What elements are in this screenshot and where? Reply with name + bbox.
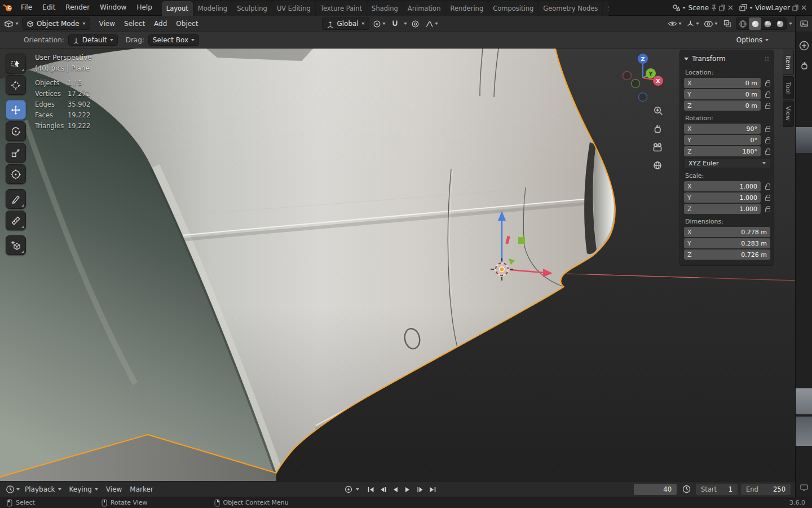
- close-scene-icon[interactable]: [728, 5, 733, 10]
- tab-texture-paint[interactable]: Texture Paint: [316, 1, 367, 16]
- shading-material-button[interactable]: [761, 17, 774, 30]
- tab-compositing[interactable]: Compositing: [488, 1, 538, 16]
- location-y-field[interactable]: Y0 m: [684, 89, 761, 99]
- transform-panel-header[interactable]: Transform: [684, 52, 770, 65]
- lock-rotation-x-icon[interactable]: [765, 128, 770, 132]
- reference-thumbnail[interactable]: [796, 417, 812, 446]
- scale-z-field[interactable]: Z1.000: [684, 204, 761, 214]
- strip-add-icon[interactable]: [799, 41, 809, 51]
- timeline-editor-type-button[interactable]: [5, 483, 21, 496]
- jump-to-end-button[interactable]: [427, 484, 438, 495]
- scene-selector[interactable]: Scene: [670, 3, 735, 13]
- timeline-view-menu[interactable]: View: [102, 485, 126, 493]
- jump-to-start-button[interactable]: [365, 484, 376, 495]
- menu-render[interactable]: Render: [60, 0, 95, 15]
- rotation-y-field[interactable]: Y0°: [684, 135, 761, 145]
- orientation-dropdown[interactable]: Global: [322, 17, 369, 30]
- lock-rotation-z-icon[interactable]: [765, 151, 770, 155]
- overlays-button[interactable]: [703, 17, 719, 30]
- tab-scripting[interactable]: Scripting: [603, 1, 608, 16]
- visibility-button[interactable]: [667, 17, 683, 30]
- side-editor-header[interactable]: [796, 16, 812, 32]
- previous-keyframe-button[interactable]: [377, 484, 389, 495]
- dimensions-x-field[interactable]: X0.278 m: [684, 227, 770, 237]
- location-z-field[interactable]: Z0 m: [684, 100, 761, 111]
- tool-add-cube[interactable]: [6, 235, 26, 255]
- shading-chevron-icon[interactable]: [789, 23, 792, 25]
- menu-edit[interactable]: Edit: [37, 0, 60, 15]
- tool-measure[interactable]: [6, 211, 26, 230]
- tool-scale[interactable]: [6, 143, 26, 163]
- close-viewlayer-icon[interactable]: [801, 5, 806, 10]
- menu-add[interactable]: Add: [149, 20, 171, 28]
- mode-dropdown[interactable]: Object Mode: [22, 17, 90, 30]
- menu-file[interactable]: File: [16, 0, 37, 15]
- tab-layout[interactable]: Layout: [162, 1, 193, 16]
- tool-select-box[interactable]: [6, 54, 26, 73]
- lock-location-y-icon[interactable]: [765, 94, 770, 98]
- tab-modeling[interactable]: Modeling: [193, 1, 232, 16]
- pin-icon[interactable]: [711, 5, 717, 11]
- lock-rotation-y-icon[interactable]: [765, 139, 770, 143]
- lock-location-z-icon[interactable]: [765, 105, 770, 109]
- new-viewlayer-icon[interactable]: [792, 5, 799, 11]
- rotation-mode-dropdown[interactable]: XYZ Euler: [684, 158, 770, 168]
- sidebar-tab-tool[interactable]: Tool: [783, 76, 794, 99]
- rotation-x-field[interactable]: X90°: [684, 124, 761, 134]
- tab-geometry-nodes[interactable]: Geometry Nodes: [539, 1, 602, 16]
- new-scene-icon[interactable]: [719, 5, 726, 11]
- dimensions-z-field[interactable]: Z0.726 m: [684, 249, 770, 260]
- auto-keying-button[interactable]: [343, 484, 354, 495]
- shading-rendered-button[interactable]: [774, 17, 786, 30]
- dimensions-y-field[interactable]: Y0.283 m: [684, 238, 770, 248]
- lock-location-x-icon[interactable]: [765, 82, 770, 86]
- orientation-setting-dropdown[interactable]: Default: [68, 34, 118, 46]
- play-reverse-button[interactable]: [390, 484, 401, 495]
- proportional-editing-button[interactable]: [409, 17, 422, 30]
- viewport-3d[interactable]: Z Y X User Perspective (40) pi: [0, 49, 795, 481]
- xray-toggle-button[interactable]: [721, 17, 734, 30]
- start-frame-field[interactable]: Start 1: [696, 484, 738, 495]
- reference-thumbnail[interactable]: [796, 388, 812, 414]
- tab-sculpting[interactable]: Sculpting: [232, 1, 272, 16]
- reference-thumbnail[interactable]: [796, 127, 812, 153]
- tool-move[interactable]: [6, 100, 26, 120]
- lock-scale-z-icon[interactable]: [765, 208, 770, 212]
- use-preview-range-button[interactable]: [680, 483, 692, 496]
- next-keyframe-button[interactable]: [414, 484, 426, 495]
- auto-keying-chevron-icon[interactable]: [356, 488, 359, 491]
- blender-logo-icon[interactable]: [0, 3, 16, 12]
- sidebar-tab-view[interactable]: View: [783, 100, 794, 126]
- shading-wireframe-button[interactable]: [736, 17, 749, 30]
- drag-setting-dropdown[interactable]: Select Box: [148, 34, 199, 46]
- tool-annotate[interactable]: [6, 189, 26, 209]
- proportional-falloff-button[interactable]: [424, 17, 439, 30]
- tab-shading[interactable]: Shading: [367, 1, 403, 16]
- lock-scale-y-icon[interactable]: [765, 197, 770, 201]
- tab-uv-editing[interactable]: UV Editing: [272, 1, 315, 16]
- rotation-z-field[interactable]: Z180°: [684, 146, 761, 156]
- tab-rendering[interactable]: Rendering: [445, 1, 488, 16]
- snap-toggle-button[interactable]: [389, 17, 401, 30]
- sidebar-tab-item[interactable]: Item: [783, 50, 794, 75]
- scale-x-field[interactable]: X1.000: [684, 181, 761, 191]
- menu-help[interactable]: Help: [131, 0, 157, 15]
- keying-menu[interactable]: Keying: [65, 485, 102, 493]
- snap-chevron-icon[interactable]: [404, 23, 407, 25]
- scale-y-field[interactable]: Y1.000: [684, 192, 761, 203]
- viewport-canvas[interactable]: Z Y X: [0, 49, 795, 481]
- menu-object[interactable]: Object: [171, 20, 202, 28]
- editor-type-button[interactable]: [3, 17, 20, 30]
- tool-cursor[interactable]: [6, 75, 26, 95]
- pivot-point-button[interactable]: [372, 17, 387, 30]
- gizmos-button[interactable]: [685, 17, 700, 30]
- menu-window[interactable]: Window: [95, 0, 131, 15]
- tool-transform[interactable]: [6, 164, 26, 184]
- lock-scale-x-icon[interactable]: [765, 186, 770, 190]
- options-dropdown[interactable]: Options: [732, 34, 773, 46]
- menu-select[interactable]: Select: [120, 20, 149, 28]
- menu-view[interactable]: View: [95, 20, 120, 28]
- shading-solid-button[interactable]: [749, 17, 761, 30]
- tab-animation[interactable]: Animation: [403, 1, 445, 16]
- panel-grip-icon[interactable]: [765, 56, 770, 61]
